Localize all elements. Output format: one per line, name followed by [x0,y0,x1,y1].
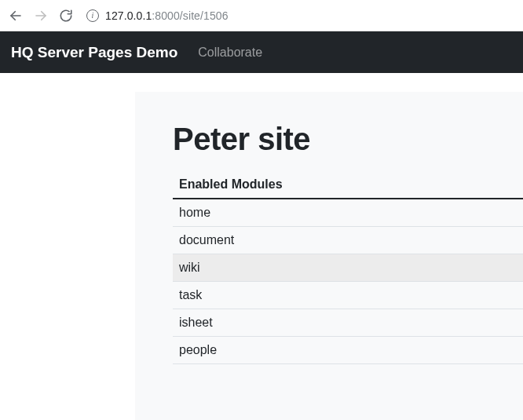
address-bar[interactable]: i 127.0.0.1:8000/site/1506 [83,4,515,27]
back-button[interactable] [8,8,24,24]
app-navbar: HQ Server Pages Demo Collaborate [0,31,523,73]
module-cell: isheet [173,309,523,337]
module-cell: people [173,337,523,364]
forward-button[interactable] [33,8,49,24]
url-text: 127.0.0.1:8000/site/1506 [105,9,229,22]
main-panel: Peter site Enabled Modules homedocumentw… [135,92,523,420]
table-row[interactable]: isheet [173,309,523,337]
module-cell: document [173,227,523,254]
browser-toolbar: i 127.0.0.1:8000/site/1506 [0,0,523,31]
table-row[interactable]: document [173,227,523,254]
table-row[interactable]: wiki [173,254,523,282]
site-info-icon[interactable]: i [86,9,99,22]
table-row[interactable]: people [173,337,523,364]
page-title: Peter site [173,122,523,157]
table-row[interactable]: home [173,199,523,227]
module-cell: wiki [173,254,523,282]
reload-button[interactable] [58,8,74,24]
brand-title[interactable]: HQ Server Pages Demo [11,44,177,61]
table-row[interactable]: task [173,282,523,309]
module-cell: task [173,282,523,309]
module-cell: home [173,199,523,227]
nav-link-collaborate[interactable]: Collaborate [198,46,262,60]
modules-table: Enabled Modules homedocumentwikitaskishe… [173,171,523,364]
modules-table-header: Enabled Modules [173,171,523,199]
